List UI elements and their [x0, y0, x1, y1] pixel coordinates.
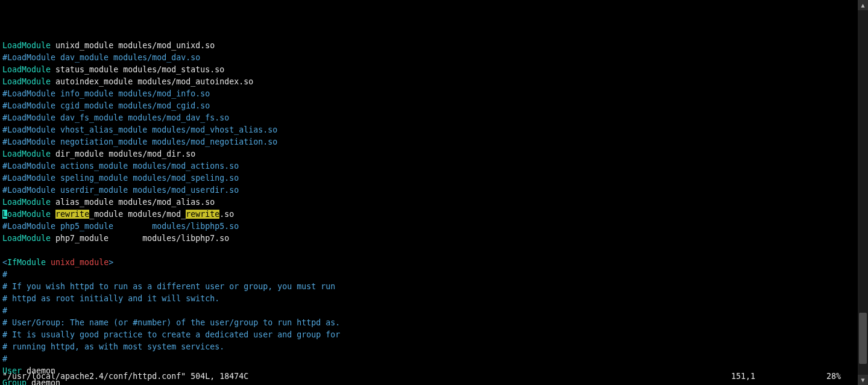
editor-line: # running httpd, as with most system ser…	[2, 341, 855, 353]
scrollbar-track[interactable]	[858, 10, 868, 375]
editor-line: # httpd as root initially and it will sw…	[2, 293, 855, 305]
loadmodule-args: status_module modules/mod_status.so	[51, 65, 224, 74]
editor-line: LoadModule php7_module modules/libphp7.s…	[2, 233, 855, 245]
comment-text: #	[2, 270, 7, 279]
editor-line: LoadModule status_module modules/mod_sta…	[2, 64, 855, 76]
angle-bracket-close: >	[108, 258, 113, 267]
comment-text: #LoadModule dav_module modules/mod_dav.s…	[2, 53, 200, 62]
loadmodule-args: autoindex_module modules/mod_autoindex.s…	[51, 77, 253, 86]
editor-line: #LoadModule php5_module modules/libphp5.…	[2, 221, 855, 233]
editor-line: #LoadModule negotiation_module modules/m…	[2, 136, 855, 148]
comment-text: #LoadModule php5_module modules/libphp5.…	[2, 222, 239, 231]
space	[46, 258, 51, 267]
editor-pane[interactable]: LoadModule unixd_module modules/mod_unix…	[0, 0, 858, 385]
editor-line: # User/Group: The name (or #number) of t…	[2, 317, 855, 329]
scroll-up-button[interactable]: ▲	[858, 0, 868, 10]
loadmodule-keyword: oadModule	[7, 210, 51, 219]
comment-text: #	[2, 306, 7, 315]
space	[51, 210, 55, 219]
comment-text: #LoadModule userdir_module modules/mod_u…	[2, 186, 239, 195]
loadmodule-keyword: LoadModule	[2, 77, 51, 86]
comment-text: # If you wish httpd to run as a differen…	[2, 282, 335, 291]
loadmodule-keyword: LoadModule	[2, 198, 51, 207]
comment-text: #LoadModule vhost_alias_module modules/m…	[2, 125, 277, 134]
editor-line: #	[2, 269, 855, 281]
comment-text: #LoadModule dav_fs_module modules/mod_da…	[2, 113, 229, 122]
comment-text: #	[2, 354, 7, 363]
vim-status-bar: "/usr/local/apache2.4/conf/httpd.conf" 5…	[2, 371, 858, 383]
editor-line: #	[2, 305, 855, 317]
search-highlight: rewrite	[186, 210, 219, 219]
comment-text: # httpd as root initially and it will sw…	[2, 294, 219, 303]
editor-line: #LoadModule userdir_module modules/mod_u…	[2, 184, 855, 196]
editor-line: #LoadModule actions_module modules/mod_a…	[2, 160, 855, 172]
comment-text: #LoadModule cgid_module modules/mod_cgid…	[2, 101, 210, 110]
search-highlight: rewrite	[55, 210, 89, 219]
status-cursor-pos: 151,1	[731, 371, 755, 383]
comment-text: #LoadModule actions_module modules/mod_a…	[2, 161, 239, 171]
loadmodule-args: dir_module modules/mod_dir.so	[51, 149, 195, 158]
loadmodule-keyword: LoadModule	[2, 41, 51, 50]
comment-text: # It is usually good practice to create …	[2, 330, 340, 339]
editor-line: #LoadModule info_module modules/mod_info…	[2, 88, 855, 100]
loadmodule-keyword: LoadModule	[2, 149, 51, 158]
loadmodule-args: _module modules/mod_	[89, 210, 186, 219]
loadmodule-keyword: LoadModule	[2, 65, 51, 74]
ifmodule-arg: unixd_module	[51, 258, 108, 267]
text-cursor: L	[2, 210, 7, 219]
comment-text: # User/Group: The name (or #number) of t…	[2, 318, 340, 327]
scrollbar-thumb[interactable]	[859, 313, 867, 364]
editor-line: LoadModule dir_module modules/mod_dir.so	[2, 148, 855, 160]
scroll-down-button[interactable]: ▼	[858, 375, 868, 385]
editor-line: LoadModule autoindex_module modules/mod_…	[2, 76, 855, 88]
editor-line: LoadModule rewrite_module modules/mod_re…	[2, 208, 855, 221]
vertical-scrollbar[interactable]: ▲ ▼	[858, 0, 868, 385]
editor-line: #	[2, 353, 855, 365]
status-file-info: "/usr/local/apache2.4/conf/httpd.conf" 5…	[2, 371, 248, 383]
loadmodule-args: .so	[219, 210, 234, 219]
comment-text: # running httpd, as with most system ser…	[2, 342, 224, 351]
loadmodule-args: php7_module modules/libphp7.so	[51, 234, 229, 243]
comment-text: #LoadModule speling_module modules/mod_s…	[2, 174, 239, 183]
editor-line: #LoadModule vhost_alias_module modules/m…	[2, 124, 855, 136]
editor-line: #LoadModule speling_module modules/mod_s…	[2, 172, 855, 184]
editor-line	[2, 245, 855, 257]
status-scroll-pct: 28%	[826, 371, 841, 383]
angle-bracket-open: <	[2, 258, 7, 267]
loadmodule-args: unixd_module modules/mod_unixd.so	[51, 41, 215, 50]
comment-text: #LoadModule negotiation_module modules/m…	[2, 137, 277, 146]
editor-line: #LoadModule dav_module modules/mod_dav.s…	[2, 52, 855, 64]
loadmodule-keyword: LoadModule	[2, 234, 51, 243]
editor-line: # If you wish httpd to run as a differen…	[2, 281, 855, 293]
comment-text: #LoadModule info_module modules/mod_info…	[2, 89, 210, 98]
editor-line: #LoadModule dav_fs_module modules/mod_da…	[2, 112, 855, 124]
editor-line: LoadModule unixd_module modules/mod_unix…	[2, 40, 855, 52]
editor-line: # It is usually good practice to create …	[2, 329, 855, 341]
ifmodule-keyword: IfModule	[7, 258, 46, 267]
loadmodule-args: alias_module modules/mod_alias.so	[51, 198, 215, 207]
editor-line: LoadModule alias_module modules/mod_alia…	[2, 196, 855, 208]
editor-line: #LoadModule cgid_module modules/mod_cgid…	[2, 100, 855, 112]
editor-line: <IfModule unixd_module>	[2, 257, 855, 269]
